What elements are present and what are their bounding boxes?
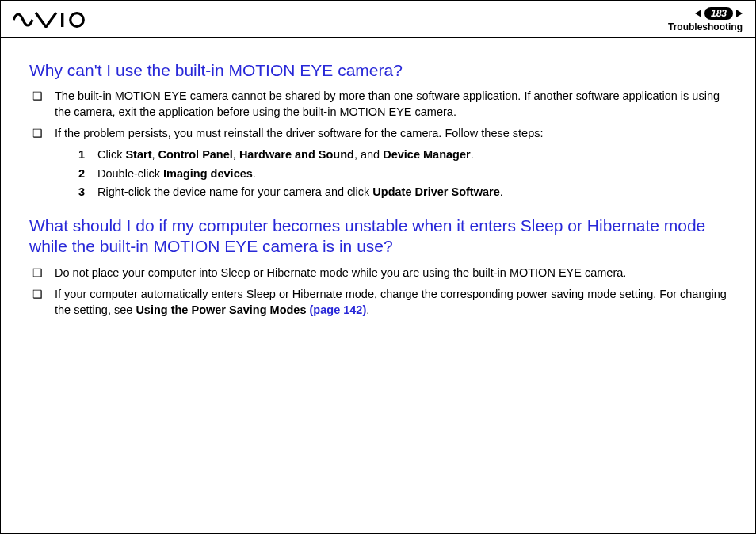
body-text: Double-click — [97, 167, 163, 180]
step-item: Click Start, Control Panel, Hardware and… — [78, 147, 727, 164]
page-xref-link[interactable]: (page 142) — [310, 303, 367, 316]
next-page-icon[interactable] — [736, 10, 743, 17]
list-item: The built-in MOTION EYE camera cannot be… — [32, 89, 727, 120]
svg-rect-0 — [61, 13, 63, 27]
body-text: If the problem persists, you must reinst… — [55, 127, 544, 139]
vaio-logo — [13, 12, 90, 28]
page-content: Why can't I use the built-in MOTION EYE … — [1, 38, 755, 348]
ui-term: Start — [125, 148, 151, 161]
body-text: Click — [97, 148, 125, 161]
section-label: Troubleshooting — [668, 21, 743, 32]
ui-term: Control Panel — [158, 148, 233, 161]
ui-term: Imaging devices — [163, 167, 253, 180]
page-header: 183 Troubleshooting — [1, 1, 755, 38]
steps-list: Click Start, Control Panel, Hardware and… — [78, 147, 727, 201]
list-item: Do not place your computer into Sleep or… — [32, 265, 727, 281]
question-1-bullets: The built-in MOTION EYE camera cannot be… — [32, 89, 727, 201]
body-text: , and — [354, 148, 383, 161]
step-item: Double-click Imaging devices. — [78, 166, 727, 183]
body-text: . — [500, 185, 503, 198]
svg-point-1 — [71, 13, 84, 27]
question-2-bullets: Do not place your computer into Sleep or… — [32, 265, 727, 318]
body-text: . — [366, 303, 369, 316]
question-1-heading: Why can't I use the built-in MOTION EYE … — [29, 60, 727, 81]
body-text: . — [253, 167, 256, 180]
prev-page-icon[interactable] — [695, 10, 701, 17]
body-text: Right-click the device name for your cam… — [97, 185, 372, 198]
body-text: , — [233, 148, 239, 161]
header-right: 183 Troubleshooting — [668, 7, 743, 32]
ui-term: Hardware and Sound — [239, 148, 354, 161]
question-2-heading: What should I do if my computer becomes … — [29, 216, 727, 257]
ui-term: Device Manager — [383, 148, 470, 161]
list-item: If your computer automatically enters Sl… — [32, 287, 727, 318]
page-nav: 183 — [668, 7, 743, 20]
body-text: . — [471, 148, 474, 161]
ui-term: Update Driver Software — [372, 185, 499, 198]
page-number-badge: 183 — [704, 7, 733, 20]
list-item: If the problem persists, you must reinst… — [32, 126, 727, 201]
body-text: , — [152, 148, 158, 161]
step-item: Right-click the device name for your cam… — [78, 184, 727, 201]
xref-text: Using the Power Saving Modes — [136, 303, 309, 316]
